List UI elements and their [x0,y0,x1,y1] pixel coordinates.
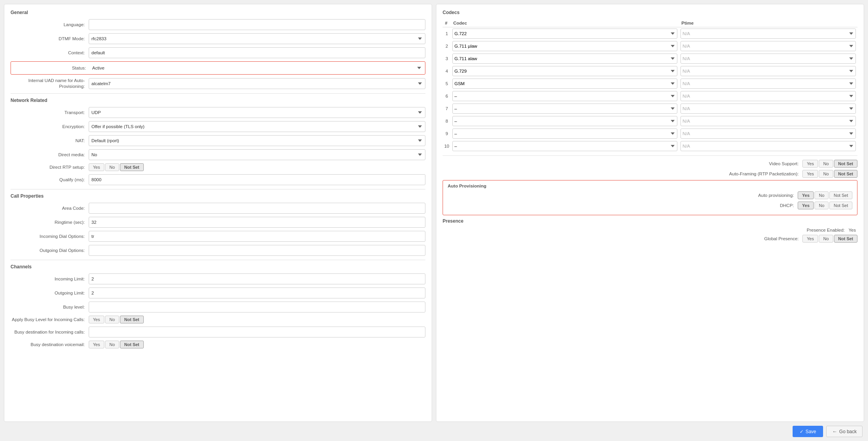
channels-title: Channels [11,264,425,270]
direct-rtp-yes[interactable]: Yes [89,163,104,171]
ptime-select-4[interactable]: N/A [680,66,856,76]
go-back-button[interactable]: Go back [826,426,863,437]
ptime-select-6[interactable]: N/A [680,91,856,101]
area-code-label: Area Code: [11,206,89,211]
global-presence-yes[interactable]: Yes [802,235,818,243]
nat-select[interactable]: Default (rport) [89,135,425,146]
codec-select-10[interactable]: – [452,141,677,151]
dhcp-notset[interactable]: Not Set [829,202,852,209]
presence-enabled-value: Yes [848,228,856,232]
qualify-row: Qualify (ms): [11,174,425,185]
video-support-no[interactable]: No [819,160,833,168]
busy-voicemail-btngroup: Yes No Not Set [89,341,144,348]
apply-busy-yes[interactable]: Yes [89,316,104,323]
codec-select-7[interactable]: – [452,104,677,114]
codec-select-cell-9: – [451,127,679,140]
video-support-notset[interactable]: Not Set [834,160,858,168]
auto-framing-notset[interactable]: Not Set [834,170,858,178]
codec-select-cell-1: G.722 [451,27,679,40]
qualify-input[interactable] [89,174,425,185]
codec-select-9[interactable]: – [452,129,677,139]
direct-rtp-no[interactable]: No [105,163,119,171]
call-properties-title: Call Properties [11,193,425,199]
busy-dest-input[interactable] [89,327,425,337]
codec-select-1[interactable]: G.722 [452,29,677,39]
busy-voicemail-notset[interactable]: Not Set [120,341,144,348]
outgoing-dial-input[interactable] [89,245,425,256]
direct-media-select[interactable]: No [89,149,425,160]
auto-prov-notset[interactable]: Not Set [829,191,852,199]
ptime-select-7[interactable]: N/A [680,104,856,114]
incoming-limit-input[interactable] [89,273,425,284]
codec-select-5[interactable]: GSM [452,79,677,89]
ptime-select-1[interactable]: N/A [680,29,856,39]
auto-prov-row: Auto provisioning: Yes No Not Set [448,191,852,199]
ringtime-input[interactable] [89,217,425,228]
auto-prov-yes[interactable]: Yes [798,191,814,199]
language-input[interactable] [89,19,425,30]
busy-voicemail-no[interactable]: No [105,341,119,348]
incoming-limit-label: Incoming Limit: [11,277,89,281]
codec-select-cell-3: G.711 alaw [451,52,679,65]
codec-num-header: # [443,19,451,27]
outgoing-limit-input[interactable] [89,287,425,298]
codec-select-cell-4: G.729 [451,65,679,77]
busy-level-input[interactable] [89,302,425,312]
ptime-select-9[interactable]: N/A [680,129,856,139]
apply-busy-notset[interactable]: Not Set [120,316,144,323]
global-presence-label: Global Presence: [764,236,798,241]
codec-select-8[interactable]: – [452,116,677,126]
codec-select-4[interactable]: G.729 [452,66,677,76]
ptime-select-cell-6: N/A [679,90,857,102]
auto-framing-btngroup: Yes No Not Set [802,170,857,178]
video-support-yes[interactable]: Yes [802,160,818,168]
area-code-input[interactable] [89,203,425,214]
dhcp-no[interactable]: No [814,202,829,209]
busy-dest-label: Busy destination for Incoming calls: [11,330,89,334]
ptime-select-8[interactable]: N/A [680,116,856,126]
transport-select[interactable]: UDP [89,107,425,118]
presence-title: Presence [443,218,857,224]
dhcp-yes[interactable]: Yes [798,202,814,209]
ptime-select-10[interactable]: N/A [680,141,856,151]
codec-select-2[interactable]: G.711 µlaw [452,41,677,51]
codec-num-10: 10 [443,140,451,152]
codec-select-cell-8: – [451,115,679,127]
direct-rtp-row: Direct RTP setup: Yes No Not Set [11,163,425,171]
auto-framing-yes[interactable]: Yes [802,170,818,178]
internal-uad-select[interactable]: alcatelm7 [89,78,425,89]
global-presence-notset[interactable]: Not Set [834,235,858,243]
incoming-dial-input[interactable] [89,231,425,242]
area-code-row: Area Code: [11,203,425,214]
ptime-select-cell-2: N/A [679,40,857,52]
video-support-row: Video Support: Yes No Not Set [443,160,857,168]
video-support-label: Video Support: [769,161,799,166]
busy-dest-row: Busy destination for Incoming calls: [11,327,425,337]
auto-framing-row: Auto-Framing (RTP Packetization): Yes No… [443,170,857,178]
encryption-select[interactable]: Offer if possible (TLS only) [89,121,425,132]
auto-prov-no[interactable]: No [814,191,829,199]
ptime-select-2[interactable]: N/A [680,41,856,51]
global-presence-no[interactable]: No [819,235,833,243]
codec-select-3[interactable]: G.711 alaw [452,54,677,64]
auto-prov-title: Auto Provisioning [448,184,852,188]
ptime-select-cell-1: N/A [679,27,857,40]
presence-section: Presence Presence Enabled: Yes Global Pr… [443,218,857,243]
dtmf-select[interactable]: rfc2833 [89,33,425,44]
codec-header: Codec [451,19,679,27]
direct-rtp-label: Direct RTP setup: [11,165,89,170]
auto-framing-no[interactable]: No [819,170,833,178]
ptime-select-3[interactable]: N/A [680,54,856,64]
apply-busy-no[interactable]: No [105,316,119,323]
save-button[interactable]: Save [793,426,823,437]
direct-rtp-notset[interactable]: Not Set [120,163,144,171]
codec-row-7: 7–N/A [443,102,857,115]
status-select[interactable]: Active [90,62,424,73]
busy-voicemail-yes[interactable]: Yes [89,341,104,348]
network-section-title: Network Related [11,98,425,103]
ptime-select-5[interactable]: N/A [680,79,856,89]
codec-select-cell-5: GSM [451,77,679,90]
codec-select-6[interactable]: – [452,91,677,101]
codec-row-9: 9–N/A [443,127,857,140]
codec-num-8: 8 [443,115,451,127]
